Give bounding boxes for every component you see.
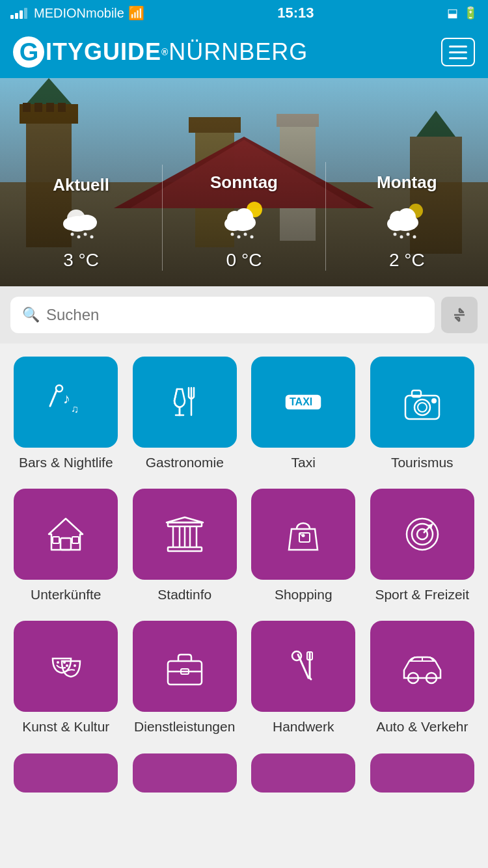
svg-point-23: [77, 236, 80, 239]
category-row-3: Kunst & Kultur Dienstleistungen: [13, 621, 475, 735]
svg-rect-63: [53, 537, 59, 543]
cat-partial-4[interactable]: [370, 753, 476, 793]
svg-text:♫: ♫: [71, 403, 79, 414]
svg-point-40: [394, 233, 397, 236]
cat-icon-dienstleistungen: [133, 621, 237, 712]
weather-col-aktuell: Aktuell 3 °C: [0, 165, 163, 271]
svg-point-81: [57, 661, 59, 664]
cat-dienstleistungen[interactable]: Dienstleistungen: [132, 621, 238, 735]
search-icon: 🔍: [22, 306, 40, 323]
wifi-icon: 📶: [128, 5, 144, 21]
cat-icon-unterkuenfte: [14, 489, 118, 580]
cat-icon-taxi: TAXI: [251, 357, 355, 448]
bluetooth-icon: ⬓: [447, 6, 458, 20]
weather-col-sonntag: Sonntag: [163, 162, 325, 271]
cat-partial-3[interactable]: [251, 753, 357, 793]
sort-icon: [450, 306, 468, 324]
svg-point-24: [83, 233, 87, 236]
svg-point-84: [74, 664, 76, 667]
logo-text: ITYGUIDE: [46, 38, 161, 66]
svg-point-41: [400, 236, 403, 239]
cat-shopping[interactable]: Shopping: [251, 489, 357, 603]
svg-point-31: [230, 233, 234, 236]
search-input[interactable]: [46, 306, 423, 324]
svg-point-43: [413, 236, 416, 239]
cat-icon-sport-freizeit: [370, 489, 474, 580]
battery-icon: 🔋: [463, 6, 478, 20]
cat-unterkuenfte[interactable]: Unterkünfte: [13, 489, 119, 603]
cat-label-kunst-kultur: Kunst & Kultur: [22, 718, 109, 735]
cat-bars-nightlife[interactable]: ♪ ♫ Bars & Nightlife: [13, 357, 119, 470]
weather-content: Aktuell 3 °C: [0, 78, 488, 286]
svg-rect-85: [168, 661, 202, 685]
cat-kunst-kultur[interactable]: Kunst & Kultur: [13, 621, 119, 735]
svg-point-21: [63, 217, 79, 230]
cat-label-tourismus: Tourismus: [391, 454, 454, 470]
svg-point-30: [235, 208, 253, 226]
cat-partial-2[interactable]: [132, 753, 238, 793]
logo-city: NÜRNBERG: [169, 38, 308, 66]
cat-tourismus[interactable]: Tourismus: [370, 357, 476, 470]
logo-reg: ®: [161, 47, 167, 57]
svg-point-58: [418, 403, 427, 412]
status-bar: MEDIONmobile 📶 15:13 ⬓ 🔋: [0, 0, 488, 26]
svg-marker-61: [49, 519, 83, 550]
menu-button[interactable]: [441, 38, 475, 66]
sort-button[interactable]: [441, 297, 478, 333]
svg-line-47: [50, 390, 57, 406]
cat-icon-shopping: [251, 489, 355, 580]
cat-taxi[interactable]: TAXI Taxi: [251, 357, 357, 470]
cat-partial-1[interactable]: [13, 753, 119, 793]
svg-point-83: [66, 664, 68, 667]
categories-grid: ♪ ♫ Bars & Nightlife: [0, 344, 488, 806]
cat-icon-gastronomie: [133, 357, 237, 448]
cat-icon-partial-4: [370, 753, 474, 793]
weather-temp-1: 0 °C: [226, 250, 262, 271]
cat-auto-verkehr[interactable]: Auto & Verkehr: [370, 621, 476, 735]
svg-point-32: [237, 236, 240, 239]
weather-col-montag: Montag: [326, 162, 488, 271]
svg-text:TAXI: TAXI: [290, 396, 312, 407]
cat-label-auto-verkehr: Auto & Verkehr: [376, 718, 468, 735]
status-right: ⬓ 🔋: [447, 6, 478, 20]
status-left: MEDIONmobile 📶: [10, 5, 144, 21]
svg-point-60: [432, 399, 436, 403]
cat-label-handwerk: Handwerk: [273, 718, 334, 735]
svg-point-34: [250, 236, 253, 239]
hamburger-line-3: [449, 57, 467, 59]
category-row-1: ♪ ♫ Bars & Nightlife: [13, 357, 475, 470]
cat-label-stadtinfo: Stadtinfo: [157, 586, 211, 603]
category-row-2: Unterkünfte Stadtinfo: [13, 489, 475, 603]
carrier-name: MEDIONmobile: [34, 6, 124, 21]
cat-label-taxi: Taxi: [291, 454, 316, 470]
hamburger-line-2: [449, 51, 467, 53]
svg-point-42: [407, 233, 410, 236]
weather-label-0: Aktuell: [53, 175, 109, 195]
svg-point-22: [70, 233, 74, 236]
cat-label-bars-nightlife: Bars & Nightlife: [19, 454, 113, 470]
signal-bars: [10, 8, 27, 19]
svg-point-25: [90, 236, 93, 239]
search-input-wrap[interactable]: 🔍: [10, 297, 435, 333]
weather-temp-2: 2 °C: [389, 250, 425, 271]
svg-rect-62: [61, 538, 71, 550]
svg-point-74: [302, 534, 305, 537]
cat-label-dienstleistungen: Dienstleistungen: [134, 718, 235, 735]
svg-point-57: [414, 400, 430, 415]
search-bar: 🔍: [0, 286, 488, 344]
cat-label-unterkuenfte: Unterkünfte: [31, 586, 102, 603]
svg-point-48: [56, 385, 62, 392]
cat-icon-partial-3: [251, 753, 355, 793]
cat-icon-bars-nightlife: ♪ ♫: [14, 357, 118, 448]
svg-point-89: [292, 651, 301, 660]
cat-icon-partial-1: [14, 753, 118, 793]
cat-sport-freizeit[interactable]: Sport & Freizeit: [370, 489, 476, 603]
app-logo: GITYGUIDE®NÜRNBERG: [13, 36, 308, 68]
weather-icon-2: [383, 198, 430, 245]
cat-icon-handwerk: [251, 621, 355, 712]
cat-gastronomie[interactable]: Gastronomie: [132, 357, 238, 470]
cat-stadtinfo[interactable]: Stadtinfo: [132, 489, 238, 603]
svg-marker-72: [167, 517, 203, 522]
cat-handwerk[interactable]: Handwerk: [251, 621, 357, 735]
svg-rect-65: [168, 547, 202, 551]
